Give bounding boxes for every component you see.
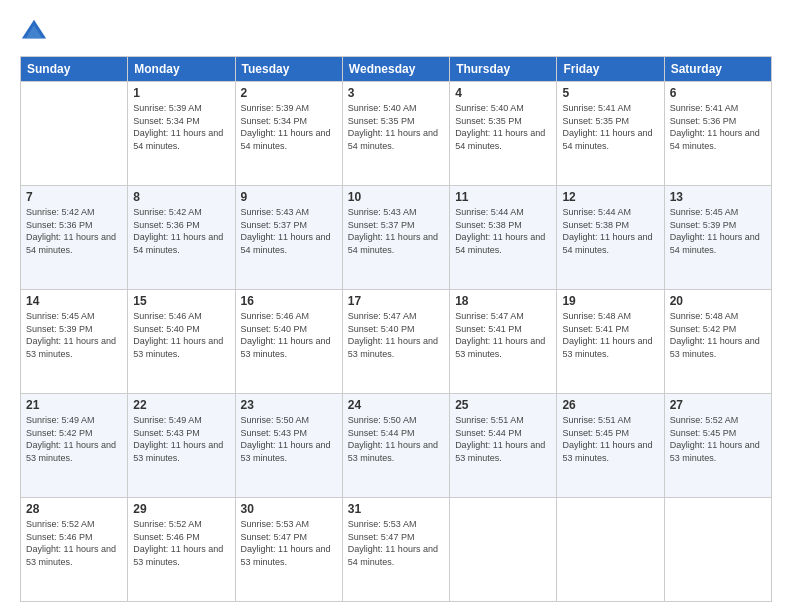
- day-number: 18: [455, 294, 551, 308]
- day-info: Sunrise: 5:39 AMSunset: 5:34 PMDaylight:…: [241, 102, 337, 152]
- calendar-cell: 30Sunrise: 5:53 AMSunset: 5:47 PMDayligh…: [235, 498, 342, 602]
- calendar-cell: 29Sunrise: 5:52 AMSunset: 5:46 PMDayligh…: [128, 498, 235, 602]
- calendar-cell: 18Sunrise: 5:47 AMSunset: 5:41 PMDayligh…: [450, 290, 557, 394]
- calendar-cell: 25Sunrise: 5:51 AMSunset: 5:44 PMDayligh…: [450, 394, 557, 498]
- day-info: Sunrise: 5:50 AMSunset: 5:44 PMDaylight:…: [348, 414, 444, 464]
- calendar-cell: 2Sunrise: 5:39 AMSunset: 5:34 PMDaylight…: [235, 82, 342, 186]
- day-info: Sunrise: 5:48 AMSunset: 5:42 PMDaylight:…: [670, 310, 766, 360]
- day-number: 23: [241, 398, 337, 412]
- day-number: 11: [455, 190, 551, 204]
- header: [20, 18, 772, 46]
- day-info: Sunrise: 5:44 AMSunset: 5:38 PMDaylight:…: [455, 206, 551, 256]
- calendar-cell: 6Sunrise: 5:41 AMSunset: 5:36 PMDaylight…: [664, 82, 771, 186]
- page: SundayMondayTuesdayWednesdayThursdayFrid…: [0, 0, 792, 612]
- calendar-cell: 22Sunrise: 5:49 AMSunset: 5:43 PMDayligh…: [128, 394, 235, 498]
- day-number: 19: [562, 294, 658, 308]
- day-number: 21: [26, 398, 122, 412]
- weekday-header: Sunday: [21, 57, 128, 82]
- calendar-cell: 12Sunrise: 5:44 AMSunset: 5:38 PMDayligh…: [557, 186, 664, 290]
- day-number: 31: [348, 502, 444, 516]
- day-number: 15: [133, 294, 229, 308]
- day-info: Sunrise: 5:44 AMSunset: 5:38 PMDaylight:…: [562, 206, 658, 256]
- calendar-cell: 16Sunrise: 5:46 AMSunset: 5:40 PMDayligh…: [235, 290, 342, 394]
- day-number: 24: [348, 398, 444, 412]
- calendar-cell: 19Sunrise: 5:48 AMSunset: 5:41 PMDayligh…: [557, 290, 664, 394]
- calendar-cell: 31Sunrise: 5:53 AMSunset: 5:47 PMDayligh…: [342, 498, 449, 602]
- day-info: Sunrise: 5:40 AMSunset: 5:35 PMDaylight:…: [455, 102, 551, 152]
- day-info: Sunrise: 5:41 AMSunset: 5:36 PMDaylight:…: [670, 102, 766, 152]
- calendar-week-row: 28Sunrise: 5:52 AMSunset: 5:46 PMDayligh…: [21, 498, 772, 602]
- day-number: 6: [670, 86, 766, 100]
- day-info: Sunrise: 5:52 AMSunset: 5:46 PMDaylight:…: [133, 518, 229, 568]
- day-info: Sunrise: 5:43 AMSunset: 5:37 PMDaylight:…: [348, 206, 444, 256]
- calendar-header: SundayMondayTuesdayWednesdayThursdayFrid…: [21, 57, 772, 82]
- day-info: Sunrise: 5:47 AMSunset: 5:41 PMDaylight:…: [455, 310, 551, 360]
- calendar-cell: 14Sunrise: 5:45 AMSunset: 5:39 PMDayligh…: [21, 290, 128, 394]
- calendar-cell: 24Sunrise: 5:50 AMSunset: 5:44 PMDayligh…: [342, 394, 449, 498]
- day-info: Sunrise: 5:45 AMSunset: 5:39 PMDaylight:…: [26, 310, 122, 360]
- calendar-cell: 21Sunrise: 5:49 AMSunset: 5:42 PMDayligh…: [21, 394, 128, 498]
- day-info: Sunrise: 5:52 AMSunset: 5:46 PMDaylight:…: [26, 518, 122, 568]
- day-number: 26: [562, 398, 658, 412]
- day-number: 13: [670, 190, 766, 204]
- day-number: 28: [26, 502, 122, 516]
- day-info: Sunrise: 5:49 AMSunset: 5:42 PMDaylight:…: [26, 414, 122, 464]
- calendar-cell: 1Sunrise: 5:39 AMSunset: 5:34 PMDaylight…: [128, 82, 235, 186]
- calendar-cell: 28Sunrise: 5:52 AMSunset: 5:46 PMDayligh…: [21, 498, 128, 602]
- day-number: 16: [241, 294, 337, 308]
- calendar-week-row: 1Sunrise: 5:39 AMSunset: 5:34 PMDaylight…: [21, 82, 772, 186]
- day-number: 8: [133, 190, 229, 204]
- day-info: Sunrise: 5:51 AMSunset: 5:44 PMDaylight:…: [455, 414, 551, 464]
- calendar-cell: [557, 498, 664, 602]
- calendar-cell: 26Sunrise: 5:51 AMSunset: 5:45 PMDayligh…: [557, 394, 664, 498]
- day-info: Sunrise: 5:42 AMSunset: 5:36 PMDaylight:…: [133, 206, 229, 256]
- day-number: 7: [26, 190, 122, 204]
- day-info: Sunrise: 5:46 AMSunset: 5:40 PMDaylight:…: [241, 310, 337, 360]
- day-info: Sunrise: 5:42 AMSunset: 5:36 PMDaylight:…: [26, 206, 122, 256]
- calendar-cell: 8Sunrise: 5:42 AMSunset: 5:36 PMDaylight…: [128, 186, 235, 290]
- day-info: Sunrise: 5:53 AMSunset: 5:47 PMDaylight:…: [241, 518, 337, 568]
- day-number: 9: [241, 190, 337, 204]
- day-info: Sunrise: 5:39 AMSunset: 5:34 PMDaylight:…: [133, 102, 229, 152]
- day-info: Sunrise: 5:52 AMSunset: 5:45 PMDaylight:…: [670, 414, 766, 464]
- calendar-cell: 27Sunrise: 5:52 AMSunset: 5:45 PMDayligh…: [664, 394, 771, 498]
- day-number: 10: [348, 190, 444, 204]
- calendar-cell: 9Sunrise: 5:43 AMSunset: 5:37 PMDaylight…: [235, 186, 342, 290]
- day-info: Sunrise: 5:41 AMSunset: 5:35 PMDaylight:…: [562, 102, 658, 152]
- day-number: 5: [562, 86, 658, 100]
- day-number: 30: [241, 502, 337, 516]
- day-number: 22: [133, 398, 229, 412]
- weekday-header: Wednesday: [342, 57, 449, 82]
- day-number: 12: [562, 190, 658, 204]
- day-number: 1: [133, 86, 229, 100]
- day-number: 17: [348, 294, 444, 308]
- calendar-cell: 4Sunrise: 5:40 AMSunset: 5:35 PMDaylight…: [450, 82, 557, 186]
- weekday-header: Tuesday: [235, 57, 342, 82]
- day-info: Sunrise: 5:40 AMSunset: 5:35 PMDaylight:…: [348, 102, 444, 152]
- day-number: 29: [133, 502, 229, 516]
- day-info: Sunrise: 5:53 AMSunset: 5:47 PMDaylight:…: [348, 518, 444, 568]
- calendar-week-row: 14Sunrise: 5:45 AMSunset: 5:39 PMDayligh…: [21, 290, 772, 394]
- day-info: Sunrise: 5:43 AMSunset: 5:37 PMDaylight:…: [241, 206, 337, 256]
- day-info: Sunrise: 5:49 AMSunset: 5:43 PMDaylight:…: [133, 414, 229, 464]
- calendar-cell: 15Sunrise: 5:46 AMSunset: 5:40 PMDayligh…: [128, 290, 235, 394]
- day-number: 2: [241, 86, 337, 100]
- calendar-cell: 7Sunrise: 5:42 AMSunset: 5:36 PMDaylight…: [21, 186, 128, 290]
- calendar-cell: 17Sunrise: 5:47 AMSunset: 5:40 PMDayligh…: [342, 290, 449, 394]
- day-info: Sunrise: 5:47 AMSunset: 5:40 PMDaylight:…: [348, 310, 444, 360]
- calendar-cell: 13Sunrise: 5:45 AMSunset: 5:39 PMDayligh…: [664, 186, 771, 290]
- day-number: 14: [26, 294, 122, 308]
- calendar-cell: 10Sunrise: 5:43 AMSunset: 5:37 PMDayligh…: [342, 186, 449, 290]
- day-number: 25: [455, 398, 551, 412]
- calendar-table: SundayMondayTuesdayWednesdayThursdayFrid…: [20, 56, 772, 602]
- day-info: Sunrise: 5:46 AMSunset: 5:40 PMDaylight:…: [133, 310, 229, 360]
- day-info: Sunrise: 5:48 AMSunset: 5:41 PMDaylight:…: [562, 310, 658, 360]
- calendar-cell: 20Sunrise: 5:48 AMSunset: 5:42 PMDayligh…: [664, 290, 771, 394]
- day-number: 27: [670, 398, 766, 412]
- logo: [20, 18, 52, 46]
- weekday-header: Thursday: [450, 57, 557, 82]
- weekday-header: Monday: [128, 57, 235, 82]
- calendar-cell: [664, 498, 771, 602]
- calendar-cell: 5Sunrise: 5:41 AMSunset: 5:35 PMDaylight…: [557, 82, 664, 186]
- calendar-cell: [450, 498, 557, 602]
